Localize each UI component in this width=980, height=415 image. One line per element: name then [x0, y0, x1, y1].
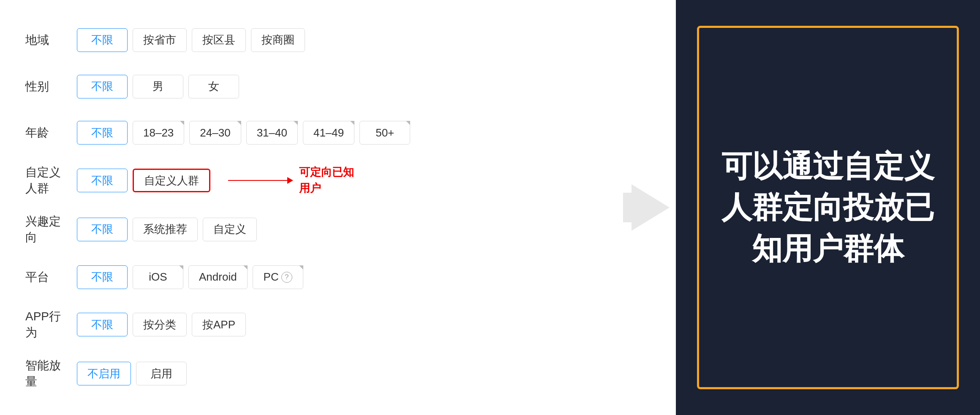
- row-gender: 性别不限男女: [25, 72, 600, 101]
- btn-smart-delivery-不启用[interactable]: 不启用: [77, 362, 131, 385]
- btn-region-不限[interactable]: 不限: [77, 28, 128, 52]
- label-app-behavior: APP行为: [25, 309, 72, 341]
- label-smart-delivery: 智能放量: [25, 358, 72, 390]
- row-app-behavior: APP行为不限按分类按APP: [25, 309, 600, 341]
- annotation-wrapper: 可定向已知用户: [228, 164, 358, 196]
- row-age: 年龄不限18–2324–3031–4041–4950+: [25, 118, 600, 147]
- label-age: 年龄: [25, 125, 72, 141]
- btn-age-18–23[interactable]: 18–23: [133, 121, 184, 145]
- chevron-icon: [299, 265, 303, 270]
- btn-age-不限[interactable]: 不限: [77, 121, 128, 145]
- big-arrow-icon: [632, 184, 670, 231]
- btn-platform-PC[interactable]: PC?: [253, 265, 303, 289]
- right-panel: 可以通过自定义人群定向投放已知用户群体: [676, 0, 980, 415]
- btn-interest-系统推荐[interactable]: 系统推荐: [133, 218, 198, 241]
- btn-gender-男[interactable]: 男: [133, 75, 183, 98]
- chevron-icon: [237, 121, 241, 125]
- chevron-icon: [294, 121, 298, 125]
- btn-age-24–30[interactable]: 24–30: [189, 121, 241, 145]
- annotation-text: 可定向已知用户: [299, 164, 358, 196]
- btn-platform-Android[interactable]: Android: [188, 265, 248, 289]
- btn-app-behavior-不限[interactable]: 不限: [77, 313, 128, 336]
- row-region: 地域不限按省市按区县按商圈: [25, 25, 600, 55]
- right-border-box: 可以通过自定义人群定向投放已知用户群体: [697, 26, 959, 389]
- arrow-divider: [625, 0, 676, 415]
- chevron-icon: [406, 121, 410, 125]
- chevron-icon: [179, 265, 183, 270]
- label-interest: 兴趣定向: [25, 213, 72, 246]
- btn-custom-audience-不限[interactable]: 不限: [77, 169, 128, 192]
- btn-app-behavior-按分类[interactable]: 按分类: [133, 313, 187, 336]
- btn-region-按商圈[interactable]: 按商圈: [251, 28, 305, 52]
- btn-app-behavior-按APP[interactable]: 按APP: [192, 313, 246, 336]
- label-platform: 平台: [25, 269, 72, 285]
- chevron-icon: [243, 265, 248, 270]
- btn-region-按省市[interactable]: 按省市: [133, 28, 187, 52]
- btn-age-41–49[interactable]: 41–49: [303, 121, 354, 145]
- btn-smart-delivery-启用[interactable]: 启用: [136, 362, 187, 385]
- row-smart-delivery: 智能放量不启用启用: [25, 358, 600, 390]
- annotation-arrowhead: [287, 177, 293, 184]
- btn-region-按区县[interactable]: 按区县: [192, 28, 246, 52]
- right-panel-text: 可以通过自定义人群定向投放已知用户群体: [716, 146, 940, 269]
- chevron-icon: [180, 121, 184, 125]
- btn-platform-不限[interactable]: 不限: [77, 265, 128, 289]
- btn-platform-iOS[interactable]: iOS: [133, 265, 183, 289]
- row-interest: 兴趣定向不限系统推荐自定义: [25, 213, 600, 246]
- btn-gender-不限[interactable]: 不限: [77, 75, 128, 98]
- label-custom-audience: 自定义人群: [25, 164, 72, 197]
- annotation-line: [228, 180, 287, 181]
- row-custom-audience: 自定义人群不限自定义人群可定向已知用户: [25, 164, 600, 197]
- btn-age-31–40[interactable]: 31–40: [246, 121, 298, 145]
- btn-interest-自定义[interactable]: 自定义: [203, 218, 257, 241]
- btn-interest-不限[interactable]: 不限: [77, 218, 128, 241]
- label-gender: 性别: [25, 79, 72, 95]
- label-region: 地域: [25, 32, 72, 48]
- btn-custom-audience-自定义人群[interactable]: 自定义人群: [133, 169, 210, 192]
- chevron-icon: [350, 121, 354, 125]
- row-platform: 平台不限iOSAndroidPC?: [25, 262, 600, 292]
- btn-age-50+[interactable]: 50+: [359, 121, 410, 145]
- btn-gender-女[interactable]: 女: [188, 75, 239, 98]
- question-icon[interactable]: ?: [281, 272, 292, 283]
- left-panel: 地域不限按省市按区县按商圈性别不限男女年龄不限18–2324–3031–4041…: [0, 0, 625, 415]
